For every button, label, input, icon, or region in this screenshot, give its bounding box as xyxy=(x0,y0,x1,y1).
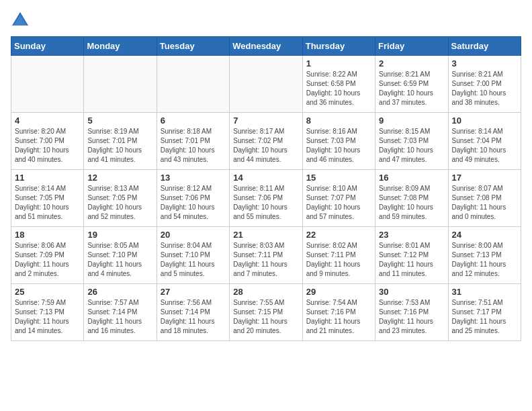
day-info: Sunrise: 8:11 AMSunset: 7:06 PMDaylight:… xyxy=(233,184,298,222)
day-number: 6 xyxy=(161,116,226,126)
calendar-cell: 16Sunrise: 8:09 AMSunset: 7:08 PMDayligh… xyxy=(375,170,448,227)
day-info: Sunrise: 8:14 AMSunset: 7:04 PMDaylight:… xyxy=(452,127,517,165)
calendar-cell: 14Sunrise: 8:11 AMSunset: 7:06 PMDayligh… xyxy=(230,170,302,227)
calendar-cell: 28Sunrise: 7:55 AMSunset: 7:15 PMDayligh… xyxy=(230,284,302,341)
weekday-header-thursday: Thursday xyxy=(302,37,375,56)
day-info: Sunrise: 8:20 AMSunset: 7:00 PMDaylight:… xyxy=(15,127,80,165)
day-number: 5 xyxy=(87,116,152,126)
calendar-cell: 1Sunrise: 8:22 AMSunset: 6:58 PMDaylight… xyxy=(302,56,375,113)
day-number: 31 xyxy=(452,287,517,297)
weekday-header-wednesday: Wednesday xyxy=(230,37,302,56)
week-row-5: 25Sunrise: 7:59 AMSunset: 7:13 PMDayligh… xyxy=(11,284,521,341)
day-number: 13 xyxy=(161,173,226,183)
calendar-cell: 24Sunrise: 8:00 AMSunset: 7:13 PMDayligh… xyxy=(448,227,521,284)
day-info: Sunrise: 8:15 AMSunset: 7:03 PMDaylight:… xyxy=(379,127,444,165)
calendar-cell: 21Sunrise: 8:03 AMSunset: 7:11 PMDayligh… xyxy=(230,227,302,284)
day-info: Sunrise: 8:10 AMSunset: 7:07 PMDaylight:… xyxy=(306,184,371,222)
calendar-cell: 6Sunrise: 8:18 AMSunset: 7:01 PMDaylight… xyxy=(157,113,229,170)
calendar-cell: 2Sunrise: 8:21 AMSunset: 6:59 PMDaylight… xyxy=(375,56,448,113)
logo-icon xyxy=(11,11,30,30)
calendar-cell: 13Sunrise: 8:12 AMSunset: 7:06 PMDayligh… xyxy=(157,170,229,227)
day-number: 23 xyxy=(379,230,444,240)
day-info: Sunrise: 7:53 AMSunset: 7:16 PMDaylight:… xyxy=(379,298,444,336)
calendar-cell: 22Sunrise: 8:02 AMSunset: 7:11 PMDayligh… xyxy=(302,227,375,284)
page-header xyxy=(11,11,521,30)
calendar-cell xyxy=(11,56,84,113)
day-info: Sunrise: 8:18 AMSunset: 7:01 PMDaylight:… xyxy=(161,127,226,165)
calendar-cell: 5Sunrise: 8:19 AMSunset: 7:01 PMDaylight… xyxy=(84,113,157,170)
day-number: 14 xyxy=(233,173,298,183)
weekday-header-saturday: Saturday xyxy=(448,37,521,56)
day-info: Sunrise: 8:01 AMSunset: 7:12 PMDaylight:… xyxy=(379,241,444,279)
day-number: 15 xyxy=(306,173,371,183)
day-number: 10 xyxy=(452,116,517,126)
day-number: 24 xyxy=(452,230,517,240)
calendar-cell: 18Sunrise: 8:06 AMSunset: 7:09 PMDayligh… xyxy=(11,227,84,284)
week-row-2: 4Sunrise: 8:20 AMSunset: 7:00 PMDaylight… xyxy=(11,113,521,170)
calendar-cell: 26Sunrise: 7:57 AMSunset: 7:14 PMDayligh… xyxy=(84,284,157,341)
calendar-cell: 29Sunrise: 7:54 AMSunset: 7:16 PMDayligh… xyxy=(302,284,375,341)
day-info: Sunrise: 7:54 AMSunset: 7:16 PMDaylight:… xyxy=(306,298,371,336)
weekday-header-monday: Monday xyxy=(84,37,157,56)
calendar-cell: 11Sunrise: 8:14 AMSunset: 7:05 PMDayligh… xyxy=(11,170,84,227)
calendar-table: SundayMondayTuesdayWednesdayThursdayFrid… xyxy=(11,36,521,341)
day-number: 1 xyxy=(306,58,371,68)
calendar-cell: 4Sunrise: 8:20 AMSunset: 7:00 PMDaylight… xyxy=(11,113,84,170)
day-info: Sunrise: 7:55 AMSunset: 7:15 PMDaylight:… xyxy=(233,298,298,336)
day-info: Sunrise: 8:17 AMSunset: 7:02 PMDaylight:… xyxy=(233,127,298,165)
day-number: 8 xyxy=(306,116,371,126)
day-info: Sunrise: 8:05 AMSunset: 7:10 PMDaylight:… xyxy=(87,241,152,279)
day-number: 3 xyxy=(452,58,517,68)
day-info: Sunrise: 8:07 AMSunset: 7:08 PMDaylight:… xyxy=(452,184,517,222)
day-info: Sunrise: 7:59 AMSunset: 7:13 PMDaylight:… xyxy=(15,298,80,336)
day-info: Sunrise: 8:02 AMSunset: 7:11 PMDaylight:… xyxy=(306,241,371,279)
day-info: Sunrise: 7:57 AMSunset: 7:14 PMDaylight:… xyxy=(87,298,152,336)
weekday-header-row: SundayMondayTuesdayWednesdayThursdayFrid… xyxy=(11,37,521,56)
day-info: Sunrise: 8:14 AMSunset: 7:05 PMDaylight:… xyxy=(15,184,80,222)
calendar-cell xyxy=(157,56,229,113)
calendar-cell: 3Sunrise: 8:21 AMSunset: 7:00 PMDaylight… xyxy=(448,56,521,113)
day-number: 28 xyxy=(233,287,298,297)
day-number: 30 xyxy=(379,287,444,297)
day-info: Sunrise: 8:03 AMSunset: 7:11 PMDaylight:… xyxy=(233,241,298,279)
calendar-cell: 7Sunrise: 8:17 AMSunset: 7:02 PMDaylight… xyxy=(230,113,302,170)
calendar-cell xyxy=(84,56,157,113)
day-number: 21 xyxy=(233,230,298,240)
weekday-header-tuesday: Tuesday xyxy=(157,37,229,56)
week-row-4: 18Sunrise: 8:06 AMSunset: 7:09 PMDayligh… xyxy=(11,227,521,284)
calendar-cell: 30Sunrise: 7:53 AMSunset: 7:16 PMDayligh… xyxy=(375,284,448,341)
day-number: 11 xyxy=(15,173,80,183)
week-row-3: 11Sunrise: 8:14 AMSunset: 7:05 PMDayligh… xyxy=(11,170,521,227)
calendar-cell: 17Sunrise: 8:07 AMSunset: 7:08 PMDayligh… xyxy=(448,170,521,227)
calendar-cell: 20Sunrise: 8:04 AMSunset: 7:10 PMDayligh… xyxy=(157,227,229,284)
day-number: 20 xyxy=(161,230,226,240)
day-info: Sunrise: 8:06 AMSunset: 7:09 PMDaylight:… xyxy=(15,241,80,279)
day-info: Sunrise: 8:16 AMSunset: 7:03 PMDaylight:… xyxy=(306,127,371,165)
calendar-cell: 25Sunrise: 7:59 AMSunset: 7:13 PMDayligh… xyxy=(11,284,84,341)
logo xyxy=(11,11,32,30)
calendar-cell: 9Sunrise: 8:15 AMSunset: 7:03 PMDaylight… xyxy=(375,113,448,170)
day-number: 27 xyxy=(161,287,226,297)
day-number: 17 xyxy=(452,173,517,183)
calendar-cell: 15Sunrise: 8:10 AMSunset: 7:07 PMDayligh… xyxy=(302,170,375,227)
day-number: 2 xyxy=(379,58,444,68)
day-info: Sunrise: 8:04 AMSunset: 7:10 PMDaylight:… xyxy=(161,241,226,279)
day-number: 19 xyxy=(87,230,152,240)
day-number: 22 xyxy=(306,230,371,240)
day-number: 29 xyxy=(306,287,371,297)
day-number: 9 xyxy=(379,116,444,126)
day-info: Sunrise: 8:19 AMSunset: 7:01 PMDaylight:… xyxy=(87,127,152,165)
day-info: Sunrise: 7:51 AMSunset: 7:17 PMDaylight:… xyxy=(452,298,517,336)
calendar-cell: 12Sunrise: 8:13 AMSunset: 7:05 PMDayligh… xyxy=(84,170,157,227)
week-row-1: 1Sunrise: 8:22 AMSunset: 6:58 PMDaylight… xyxy=(11,56,521,113)
day-number: 7 xyxy=(233,116,298,126)
day-number: 12 xyxy=(87,173,152,183)
day-info: Sunrise: 8:21 AMSunset: 7:00 PMDaylight:… xyxy=(452,70,517,107)
day-info: Sunrise: 8:00 AMSunset: 7:13 PMDaylight:… xyxy=(452,241,517,279)
calendar-cell: 31Sunrise: 7:51 AMSunset: 7:17 PMDayligh… xyxy=(448,284,521,341)
day-number: 18 xyxy=(15,230,80,240)
day-info: Sunrise: 8:21 AMSunset: 6:59 PMDaylight:… xyxy=(379,70,444,107)
day-number: 16 xyxy=(379,173,444,183)
calendar-cell xyxy=(230,56,302,113)
day-number: 25 xyxy=(15,287,80,297)
